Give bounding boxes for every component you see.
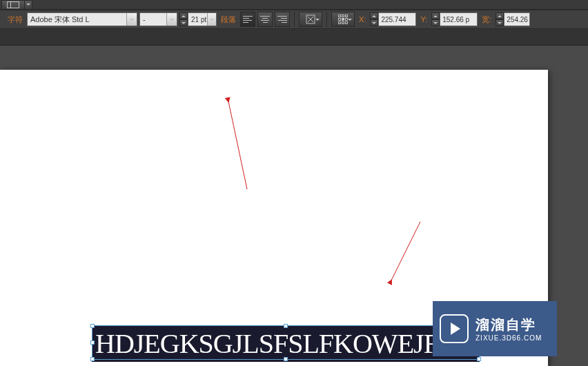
font-family-select[interactable]: Adobe 宋体 Std L	[27, 12, 137, 26]
divider	[294, 12, 295, 27]
font-style-select[interactable]: -	[139, 12, 177, 26]
secondary-bar	[0, 29, 588, 46]
y-spinner: 152.66 p	[431, 12, 478, 26]
watermark-title: 溜溜自学	[476, 316, 542, 334]
handle-bottom-middle[interactable]	[284, 357, 288, 361]
watermark-url: ZIXUE.3D66.COM	[476, 334, 542, 342]
align-right-button[interactable]	[275, 12, 290, 27]
font-size-value: 21 pt	[191, 16, 206, 23]
y-label: Y:	[418, 15, 429, 23]
text-frame[interactable]: HDJEGKSGJLSFSLFKOWEJF	[92, 325, 480, 360]
w-up-button[interactable]	[496, 12, 504, 19]
size-dropdown-button[interactable]	[207, 13, 216, 26]
font-style-value: -	[143, 15, 146, 23]
x-down-button[interactable]	[370, 19, 378, 26]
handle-top-middle[interactable]	[284, 324, 288, 328]
watermark: 溜溜自学 ZIXUE.3D66.COM	[433, 301, 557, 356]
w-input[interactable]: 254.26	[504, 12, 530, 26]
size-down-button[interactable]	[179, 19, 188, 26]
watermark-logo-icon	[440, 314, 469, 343]
paragraph-label: 段落	[219, 15, 238, 25]
w-spinner: 254.26	[496, 12, 530, 26]
size-up-button[interactable]	[179, 12, 188, 19]
font-dropdown-button[interactable]	[126, 13, 137, 26]
options-dropdown[interactable]	[299, 12, 322, 27]
handle-top-left[interactable]	[90, 324, 95, 328]
y-input[interactable]: 152.66 p	[440, 12, 478, 26]
handle-bottom-left[interactable]	[90, 357, 95, 361]
w-value: 254.26	[507, 16, 528, 23]
options-icon	[306, 15, 315, 24]
font-size-input[interactable]: 21 pt	[188, 12, 217, 26]
layout-view-button[interactable]	[1, 0, 25, 10]
x-value: 225.744	[381, 16, 406, 23]
grid-icon	[338, 15, 348, 24]
handle-middle-left[interactable]	[90, 340, 95, 345]
x-up-button[interactable]	[370, 12, 378, 19]
font-family-value: Adobe 宋体 Std L	[30, 15, 90, 25]
x-input[interactable]: 225.744	[378, 12, 416, 26]
w-label: 宽:	[480, 15, 493, 25]
reference-point-dropdown[interactable]	[331, 12, 355, 27]
divider	[326, 12, 327, 27]
character-label: 字符	[6, 15, 25, 25]
align-left-button[interactable]	[240, 12, 255, 27]
style-dropdown-button[interactable]	[166, 13, 177, 26]
handle-bottom-right[interactable]	[477, 357, 481, 361]
selection-outline	[92, 325, 480, 360]
x-spinner: 225.744	[370, 12, 416, 26]
w-down-button[interactable]	[496, 19, 504, 26]
y-up-button[interactable]	[431, 12, 440, 19]
align-center-button[interactable]	[257, 12, 273, 27]
canvas-area[interactable]: HDJEGKSGJLSFSLFKOWEJF	[0, 46, 588, 365]
y-down-button[interactable]	[431, 19, 440, 26]
layout-dropdown[interactable]	[25, 0, 32, 10]
y-value: 152.66 p	[442, 16, 469, 23]
x-label: X:	[357, 15, 368, 23]
menu-bar	[0, 0, 588, 10]
control-panel: 字符 Adobe 宋体 Std L - 21 pt 段落	[0, 10, 588, 29]
font-size-spinner: 21 pt	[179, 12, 217, 26]
